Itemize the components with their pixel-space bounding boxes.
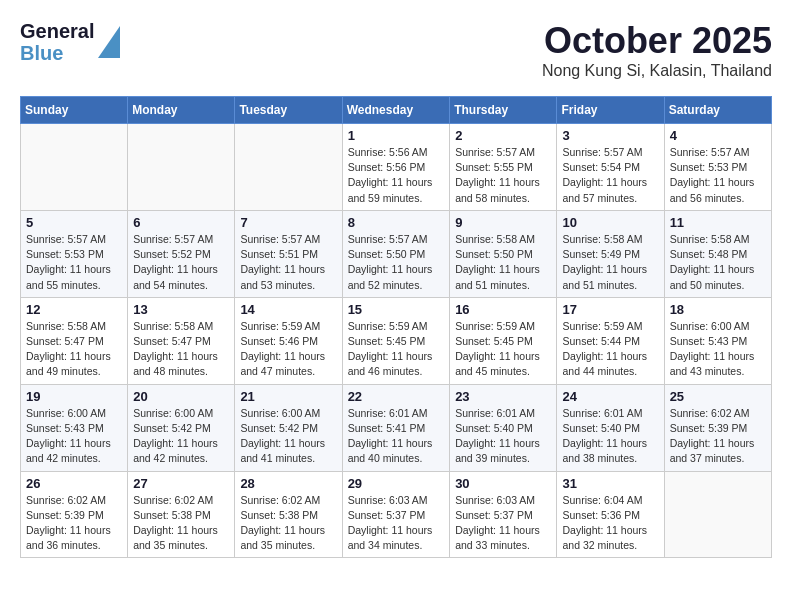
day-number: 22 [348,389,445,404]
day-detail: Sunrise: 5:59 AM Sunset: 5:45 PM Dayligh… [455,319,551,380]
day-detail: Sunrise: 6:03 AM Sunset: 5:37 PM Dayligh… [455,493,551,554]
logo: General Blue [20,20,120,64]
day-number: 9 [455,215,551,230]
day-detail: Sunrise: 5:58 AM Sunset: 5:47 PM Dayligh… [133,319,229,380]
day-number: 24 [562,389,658,404]
day-detail: Sunrise: 6:04 AM Sunset: 5:36 PM Dayligh… [562,493,658,554]
day-detail: Sunrise: 5:57 AM Sunset: 5:50 PM Dayligh… [348,232,445,293]
day-detail: Sunrise: 6:00 AM Sunset: 5:42 PM Dayligh… [133,406,229,467]
weekday-header-row: SundayMondayTuesdayWednesdayThursdayFrid… [21,97,772,124]
day-number: 5 [26,215,122,230]
week-row-2: 5Sunrise: 5:57 AM Sunset: 5:53 PM Daylig… [21,210,772,297]
day-detail: Sunrise: 5:58 AM Sunset: 5:49 PM Dayligh… [562,232,658,293]
weekday-header-friday: Friday [557,97,664,124]
day-number: 6 [133,215,229,230]
day-detail: Sunrise: 6:01 AM Sunset: 5:40 PM Dayligh… [562,406,658,467]
day-number: 15 [348,302,445,317]
day-cell-12: 12Sunrise: 5:58 AM Sunset: 5:47 PM Dayli… [21,297,128,384]
day-cell-27: 27Sunrise: 6:02 AM Sunset: 5:38 PM Dayli… [128,471,235,558]
location: Nong Kung Si, Kalasin, Thailand [542,62,772,80]
day-detail: Sunrise: 6:02 AM Sunset: 5:39 PM Dayligh… [670,406,766,467]
day-cell-25: 25Sunrise: 6:02 AM Sunset: 5:39 PM Dayli… [664,384,771,471]
day-number: 14 [240,302,336,317]
title-block: October 2025 Nong Kung Si, Kalasin, Thai… [542,20,772,80]
month-title: October 2025 [542,20,772,62]
day-number: 21 [240,389,336,404]
day-number: 10 [562,215,658,230]
day-cell-20: 20Sunrise: 6:00 AM Sunset: 5:42 PM Dayli… [128,384,235,471]
day-number: 2 [455,128,551,143]
week-row-5: 26Sunrise: 6:02 AM Sunset: 5:39 PM Dayli… [21,471,772,558]
day-number: 29 [348,476,445,491]
day-number: 17 [562,302,658,317]
day-detail: Sunrise: 6:01 AM Sunset: 5:41 PM Dayligh… [348,406,445,467]
day-number: 12 [26,302,122,317]
logo-blue-text: Blue [20,42,94,64]
day-number: 27 [133,476,229,491]
weekday-header-saturday: Saturday [664,97,771,124]
day-detail: Sunrise: 5:58 AM Sunset: 5:50 PM Dayligh… [455,232,551,293]
day-number: 18 [670,302,766,317]
day-detail: Sunrise: 6:00 AM Sunset: 5:43 PM Dayligh… [670,319,766,380]
day-cell-10: 10Sunrise: 5:58 AM Sunset: 5:49 PM Dayli… [557,210,664,297]
day-cell-23: 23Sunrise: 6:01 AM Sunset: 5:40 PM Dayli… [450,384,557,471]
weekday-header-wednesday: Wednesday [342,97,450,124]
empty-cell [664,471,771,558]
svg-marker-0 [98,26,120,58]
day-cell-26: 26Sunrise: 6:02 AM Sunset: 5:39 PM Dayli… [21,471,128,558]
day-cell-4: 4Sunrise: 5:57 AM Sunset: 5:53 PM Daylig… [664,124,771,211]
day-detail: Sunrise: 6:00 AM Sunset: 5:43 PM Dayligh… [26,406,122,467]
day-number: 7 [240,215,336,230]
week-row-4: 19Sunrise: 6:00 AM Sunset: 5:43 PM Dayli… [21,384,772,471]
day-number: 31 [562,476,658,491]
day-detail: Sunrise: 5:57 AM Sunset: 5:52 PM Dayligh… [133,232,229,293]
day-cell-11: 11Sunrise: 5:58 AM Sunset: 5:48 PM Dayli… [664,210,771,297]
day-cell-18: 18Sunrise: 6:00 AM Sunset: 5:43 PM Dayli… [664,297,771,384]
day-detail: Sunrise: 5:57 AM Sunset: 5:53 PM Dayligh… [26,232,122,293]
day-cell-9: 9Sunrise: 5:58 AM Sunset: 5:50 PM Daylig… [450,210,557,297]
day-detail: Sunrise: 5:59 AM Sunset: 5:45 PM Dayligh… [348,319,445,380]
empty-cell [128,124,235,211]
day-cell-1: 1Sunrise: 5:56 AM Sunset: 5:56 PM Daylig… [342,124,450,211]
weekday-header-thursday: Thursday [450,97,557,124]
day-cell-31: 31Sunrise: 6:04 AM Sunset: 5:36 PM Dayli… [557,471,664,558]
empty-cell [21,124,128,211]
day-number: 11 [670,215,766,230]
day-detail: Sunrise: 5:57 AM Sunset: 5:51 PM Dayligh… [240,232,336,293]
day-detail: Sunrise: 6:02 AM Sunset: 5:38 PM Dayligh… [133,493,229,554]
day-number: 26 [26,476,122,491]
day-cell-14: 14Sunrise: 5:59 AM Sunset: 5:46 PM Dayli… [235,297,342,384]
day-cell-16: 16Sunrise: 5:59 AM Sunset: 5:45 PM Dayli… [450,297,557,384]
weekday-header-sunday: Sunday [21,97,128,124]
day-number: 30 [455,476,551,491]
day-number: 19 [26,389,122,404]
day-cell-13: 13Sunrise: 5:58 AM Sunset: 5:47 PM Dayli… [128,297,235,384]
day-number: 16 [455,302,551,317]
day-number: 8 [348,215,445,230]
day-cell-7: 7Sunrise: 5:57 AM Sunset: 5:51 PM Daylig… [235,210,342,297]
day-detail: Sunrise: 5:59 AM Sunset: 5:46 PM Dayligh… [240,319,336,380]
logo-general-text: General [20,20,94,42]
week-row-1: 1Sunrise: 5:56 AM Sunset: 5:56 PM Daylig… [21,124,772,211]
week-row-3: 12Sunrise: 5:58 AM Sunset: 5:47 PM Dayli… [21,297,772,384]
day-detail: Sunrise: 5:56 AM Sunset: 5:56 PM Dayligh… [348,145,445,206]
day-detail: Sunrise: 5:57 AM Sunset: 5:54 PM Dayligh… [562,145,658,206]
day-cell-24: 24Sunrise: 6:01 AM Sunset: 5:40 PM Dayli… [557,384,664,471]
day-cell-3: 3Sunrise: 5:57 AM Sunset: 5:54 PM Daylig… [557,124,664,211]
day-detail: Sunrise: 6:00 AM Sunset: 5:42 PM Dayligh… [240,406,336,467]
day-detail: Sunrise: 5:58 AM Sunset: 5:47 PM Dayligh… [26,319,122,380]
day-number: 20 [133,389,229,404]
day-detail: Sunrise: 5:58 AM Sunset: 5:48 PM Dayligh… [670,232,766,293]
empty-cell [235,124,342,211]
weekday-header-monday: Monday [128,97,235,124]
day-detail: Sunrise: 5:59 AM Sunset: 5:44 PM Dayligh… [562,319,658,380]
day-cell-15: 15Sunrise: 5:59 AM Sunset: 5:45 PM Dayli… [342,297,450,384]
day-cell-29: 29Sunrise: 6:03 AM Sunset: 5:37 PM Dayli… [342,471,450,558]
day-number: 3 [562,128,658,143]
day-detail: Sunrise: 6:02 AM Sunset: 5:38 PM Dayligh… [240,493,336,554]
day-number: 23 [455,389,551,404]
day-cell-17: 17Sunrise: 5:59 AM Sunset: 5:44 PM Dayli… [557,297,664,384]
weekday-header-tuesday: Tuesday [235,97,342,124]
logo-name: General Blue [20,20,94,64]
day-detail: Sunrise: 6:01 AM Sunset: 5:40 PM Dayligh… [455,406,551,467]
